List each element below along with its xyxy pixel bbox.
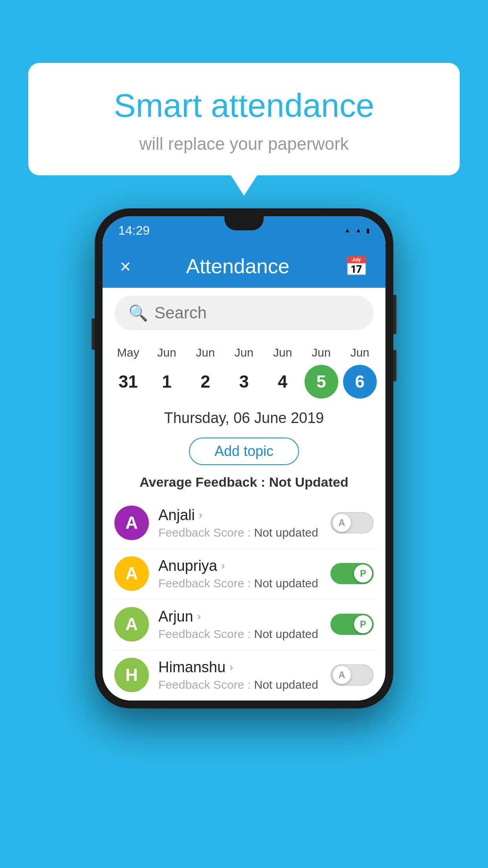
toggle-thumb-anupriya: P (354, 565, 372, 583)
app-bar: × Attendance 📅 (103, 245, 385, 288)
cal-month-1: Jun (157, 346, 176, 359)
cal-day-0[interactable]: 31 (111, 365, 145, 399)
student-name-arjun[interactable]: Arjun › (158, 608, 321, 625)
student-info-anupriya: Anupriya › Feedback Score : Not updated (158, 557, 321, 590)
add-topic-button[interactable]: Add topic (189, 438, 299, 465)
bubble-subtitle: will replace your paperwork (52, 134, 436, 154)
student-item-anupriya: A Anupriya › Feedback Score : Not update… (110, 548, 378, 599)
cal-item-jun2[interactable]: Jun 2 (187, 346, 224, 399)
avatar-anjali: A (114, 506, 149, 540)
cal-item-jun4[interactable]: Jun 4 (264, 346, 301, 399)
calendar-icon[interactable]: 📅 (345, 255, 368, 277)
cal-day-5[interactable]: 5 (305, 365, 338, 399)
search-icon: 🔍 (128, 304, 148, 322)
feedback-score-himanshu: Feedback Score : Not updated (158, 678, 321, 691)
student-info-arjun: Arjun › Feedback Score : Not updated (158, 608, 321, 641)
chevron-icon: › (221, 559, 225, 572)
speech-bubble-container: Smart attendance will replace your paper… (28, 63, 460, 175)
battery-icon: ▮ (366, 227, 370, 234)
signal-icon: ▲ (355, 227, 361, 234)
chevron-icon: › (197, 610, 201, 623)
student-list: A Anjali › Feedback Score : Not updated … (103, 498, 385, 701)
status-icons: ▲ ▲ ▮ (344, 227, 370, 234)
cal-month-4: Jun (273, 346, 292, 359)
avatar-anupriya: A (114, 556, 149, 591)
close-icon[interactable]: × (120, 256, 131, 277)
chevron-icon: › (199, 509, 202, 521)
student-item-anjali: A Anjali › Feedback Score : Not updated … (110, 498, 378, 548)
avatar-arjun: A (114, 607, 149, 642)
cal-day-3[interactable]: 3 (227, 365, 261, 399)
phone-notch (224, 216, 264, 230)
cal-month-0: May (117, 346, 139, 359)
toggle-thumb-arjun: P (354, 615, 372, 633)
cal-item-jun6[interactable]: Jun 6 (341, 346, 379, 399)
cal-item-may31[interactable]: May 31 (109, 346, 147, 399)
student-name-anjali[interactable]: Anjali › (158, 507, 321, 524)
side-button-right-bottom (393, 350, 396, 381)
cal-item-jun5[interactable]: Jun 5 (303, 346, 340, 399)
phone-outer: 14:29 ▲ ▲ ▮ × Attendance 📅 🔍 (95, 208, 393, 708)
cal-item-jun3[interactable]: Jun 3 (225, 346, 263, 399)
toggle-switch-anupriya[interactable]: P (330, 563, 374, 584)
cal-month-5: Jun (312, 346, 330, 359)
side-button-right-top (393, 295, 396, 334)
avg-feedback: Average Feedback : Not Updated (103, 470, 385, 498)
toggle-switch-himanshu[interactable]: A (330, 664, 374, 686)
calendar-row: May 31 Jun 1 Jun 2 Jun 3 Jun 4 (103, 338, 385, 399)
feedback-score-anupriya: Feedback Score : Not updated (158, 577, 321, 590)
search-input[interactable] (154, 303, 362, 322)
student-name-anupriya[interactable]: Anupriya › (158, 557, 321, 574)
avatar-himanshu: H (114, 658, 149, 692)
feedback-score-arjun: Feedback Score : Not updated (158, 627, 321, 641)
toggle-switch-arjun[interactable]: P (330, 614, 374, 635)
student-item-himanshu: H Himanshu › Feedback Score : Not update… (110, 650, 378, 701)
bubble-title: Smart attendance (52, 86, 436, 125)
avg-feedback-value: Not Updated (269, 474, 349, 489)
cal-day-6[interactable]: 6 (343, 365, 377, 399)
avg-feedback-label: Average Feedback : (139, 474, 265, 489)
toggle-himanshu[interactable]: A (330, 664, 374, 686)
search-bar: 🔍 (114, 296, 374, 330)
cal-month-6: Jun (350, 346, 369, 359)
student-name-himanshu[interactable]: Himanshu › (158, 659, 321, 676)
add-topic-label: Add topic (215, 443, 273, 460)
cal-item-jun1[interactable]: Jun 1 (148, 346, 185, 399)
cal-day-2[interactable]: 2 (189, 365, 222, 399)
student-item-arjun: A Arjun › Feedback Score : Not updated P (110, 599, 378, 650)
cal-day-1[interactable]: 1 (150, 365, 183, 399)
toggle-anupriya[interactable]: P (330, 563, 374, 584)
cal-month-3: Jun (235, 346, 253, 359)
selected-date: Thursday, 06 June 2019 (103, 399, 385, 433)
speech-bubble: Smart attendance will replace your paper… (28, 63, 460, 175)
toggle-thumb-himanshu: A (333, 666, 351, 684)
chevron-icon: › (229, 661, 233, 673)
wifi-icon: ▲ (344, 227, 350, 234)
side-button-left (92, 318, 95, 350)
feedback-score-anjali: Feedback Score : Not updated (158, 526, 321, 539)
student-info-himanshu: Himanshu › Feedback Score : Not updated (158, 659, 321, 691)
toggle-anjali[interactable]: A (330, 512, 374, 533)
toggle-arjun[interactable]: P (330, 614, 374, 635)
app-bar-title: Attendance (186, 254, 289, 278)
status-time: 14:29 (118, 223, 150, 238)
student-info-anjali: Anjali › Feedback Score : Not updated (158, 507, 321, 539)
cal-month-2: Jun (196, 346, 215, 359)
toggle-thumb-anjali: A (333, 514, 351, 532)
phone-container: 14:29 ▲ ▲ ▮ × Attendance 📅 🔍 (95, 208, 393, 708)
toggle-switch-anjali[interactable]: A (330, 512, 374, 533)
cal-day-4[interactable]: 4 (266, 365, 299, 399)
phone-screen: 14:29 ▲ ▲ ▮ × Attendance 📅 🔍 (103, 216, 385, 701)
